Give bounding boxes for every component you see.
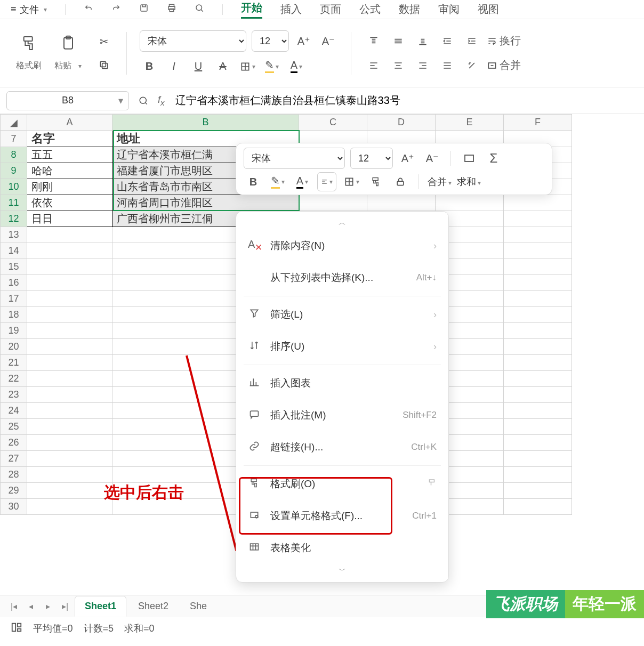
tab-start[interactable]: 开始 <box>241 1 262 19</box>
row-header[interactable]: 16 <box>1 275 27 291</box>
row-header[interactable]: 17 <box>1 291 27 307</box>
collapse-down-icon[interactable]: ﹀ <box>236 564 448 578</box>
menu-insert-comment[interactable]: 插入批注(M)Shift+F2 <box>236 399 448 431</box>
row-header[interactable]: 11 <box>1 195 27 211</box>
file-menu[interactable]: ≡ 文件 ▾ <box>11 3 47 16</box>
bold-button[interactable]: B <box>140 57 159 76</box>
chevron-down-icon[interactable]: ▾ <box>118 95 123 107</box>
font-size-select[interactable]: 12 <box>252 30 289 52</box>
fx-label[interactable]: fx <box>158 94 165 107</box>
decrease-indent-icon[interactable] <box>438 31 457 51</box>
name-box[interactable]: B8 ▾ <box>6 91 129 110</box>
font-color-button[interactable]: A▾ <box>287 57 306 76</box>
row-header[interactable]: 30 <box>1 499 27 515</box>
row-header[interactable]: 14 <box>1 243 27 259</box>
row-header[interactable]: 7 <box>1 131 27 147</box>
align-middle-icon[interactable] <box>389 31 408 51</box>
row-header[interactable]: 8 <box>1 147 27 163</box>
wrap-text-button[interactable]: 换行 <box>487 31 521 51</box>
row-header[interactable]: 13 <box>1 227 27 243</box>
border-button[interactable]: ▾ <box>342 172 361 191</box>
fill-color-button[interactable]: ✎▾ <box>268 172 287 191</box>
increase-font-icon[interactable]: A⁺ <box>398 149 417 168</box>
tab-view[interactable]: 视图 <box>478 2 499 17</box>
cancel-icon[interactable] <box>135 93 151 109</box>
row-header[interactable]: 27 <box>1 451 27 467</box>
merge-label[interactable]: 合并▾ <box>428 175 452 188</box>
col-header-D[interactable]: D <box>367 115 436 131</box>
sheet-tab[interactable]: Sheet2 <box>128 596 178 616</box>
align-right-icon[interactable] <box>413 56 432 75</box>
autosum-icon[interactable]: Σ <box>484 149 503 168</box>
next-sheet-icon[interactable]: ▸ <box>41 599 55 614</box>
menu-insert-chart[interactable]: 插入图表 <box>236 367 448 399</box>
cell[interactable]: 名字 <box>27 131 112 147</box>
cut-icon[interactable]: ✂ <box>94 32 114 51</box>
row-header[interactable]: 18 <box>1 307 27 323</box>
menu-sort[interactable]: 排序(U)› <box>236 330 448 362</box>
align-left-icon[interactable] <box>364 56 383 75</box>
row-header[interactable]: 15 <box>1 259 27 275</box>
menu-filter[interactable]: 筛选(L)› <box>236 298 448 330</box>
col-header-E[interactable]: E <box>436 115 504 131</box>
cell[interactable]: 日日 <box>27 211 112 227</box>
font-name-select[interactable]: 宋体 <box>140 30 246 52</box>
menu-cell-format[interactable]: 设置单元格格式(F)...Ctrl+1 <box>236 500 448 532</box>
sheet-tab[interactable]: Sheet1 <box>75 596 126 617</box>
prev-sheet-icon[interactable]: ◂ <box>23 599 38 614</box>
menu-format-painter[interactable]: 格式刷(O) <box>236 468 448 500</box>
decrease-font-icon[interactable]: A⁻ <box>319 31 338 51</box>
row-header[interactable]: 10 <box>1 179 27 195</box>
format-painter-icon[interactable] <box>20 35 37 56</box>
row-header[interactable]: 22 <box>1 371 27 387</box>
fill-color-button[interactable]: ✎▾ <box>262 57 281 76</box>
row-header[interactable]: 12 <box>1 211 27 227</box>
row-header[interactable]: 24 <box>1 403 27 419</box>
sheet-tab[interactable]: She <box>180 596 216 616</box>
decrease-font-icon[interactable]: A⁻ <box>423 149 442 168</box>
col-header-F[interactable]: F <box>504 115 572 131</box>
col-header-A[interactable]: A <box>27 115 112 131</box>
align-button[interactable]: ▾ <box>317 172 336 191</box>
tab-insert[interactable]: 插入 <box>280 2 302 17</box>
increase-indent-icon[interactable] <box>462 31 481 51</box>
merge-icon[interactable] <box>460 149 479 168</box>
align-center-icon[interactable] <box>389 56 408 75</box>
chevron-down-icon[interactable]: ▾ <box>78 62 82 70</box>
last-sheet-icon[interactable]: ▸| <box>58 599 73 614</box>
row-header[interactable]: 20 <box>1 339 27 355</box>
layout-icon[interactable] <box>11 621 22 636</box>
italic-button[interactable]: I <box>164 57 183 76</box>
font-color-button[interactable]: A▾ <box>293 172 312 191</box>
row-header[interactable]: 9 <box>1 163 27 179</box>
menu-beautify[interactable]: 表格美化 <box>236 532 448 564</box>
lock-icon[interactable] <box>391 172 410 191</box>
first-sheet-icon[interactable]: |◂ <box>6 599 21 614</box>
print-icon[interactable] <box>167 3 176 15</box>
row-header[interactable]: 25 <box>1 419 27 435</box>
cell[interactable]: 刚刚 <box>27 179 112 195</box>
orientation-icon[interactable] <box>462 56 481 75</box>
row-header[interactable]: 29 <box>1 483 27 499</box>
undo-icon[interactable] <box>84 3 93 15</box>
row-header[interactable]: 26 <box>1 435 27 451</box>
select-all-corner[interactable]: ◢ <box>1 115 27 131</box>
menu-clear-contents[interactable]: A✕清除内容(N)› <box>236 230 448 262</box>
tab-review[interactable]: 审阅 <box>438 2 460 17</box>
redo-icon[interactable] <box>111 3 121 15</box>
sum-label[interactable]: 求和▾ <box>457 175 481 188</box>
formula-input[interactable] <box>171 91 638 110</box>
col-header-C[interactable]: C <box>299 115 367 131</box>
cell[interactable]: 五五 <box>27 147 112 163</box>
underline-button[interactable]: U <box>189 57 208 76</box>
strikethrough-button[interactable]: A <box>213 57 232 76</box>
increase-font-icon[interactable]: A⁺ <box>294 31 313 51</box>
mini-font-size[interactable]: 12 <box>350 148 393 169</box>
justify-icon[interactable] <box>438 56 457 75</box>
menu-dropdown-select[interactable]: 从下拉列表中选择(K)...Alt+↓ <box>236 262 448 294</box>
tab-page[interactable]: 页面 <box>320 2 341 17</box>
border-button[interactable]: ▾ <box>238 57 257 76</box>
mini-font-name[interactable]: 宋体 <box>244 148 345 169</box>
cell[interactable]: 河南省周口市淮阳区 <box>112 195 299 211</box>
format-painter-icon[interactable] <box>366 172 385 191</box>
